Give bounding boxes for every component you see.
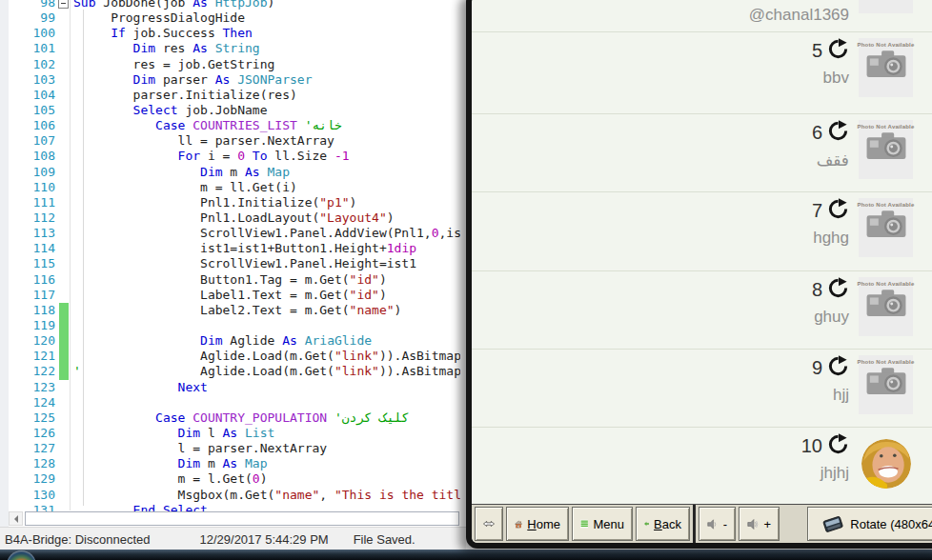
code-line[interactable]: Pnl1.Initialize("p1") (73, 195, 460, 210)
code-line[interactable]: Aglide.Load(m.Get("link")).AsBitmap.In (73, 349, 460, 364)
item-number: 8 (812, 279, 822, 301)
back-button[interactable]: Back (636, 507, 690, 541)
camera-icon (862, 365, 910, 399)
camera-icon (862, 0, 910, 2)
code-line[interactable]: m = l.Get(0) (73, 471, 460, 487)
item-number: 9 (812, 357, 822, 379)
code-line[interactable]: Label2.Text = m.Get("name") (73, 303, 460, 318)
code-editor[interactable]: Sub JobDone(job As HttpJob) ProgressDial… (73, 0, 460, 518)
item-number-refresh: 5 (812, 38, 849, 64)
list-item[interactable]: 7hghgPhoto Not Available (472, 191, 932, 270)
list-item[interactable]: 5bbvPhoto Not Available (472, 31, 932, 113)
code-line[interactable]: ScrollView1.Panel.AddView(Pnl1,0,ist1, (73, 226, 460, 241)
line-number: 117 (0, 288, 55, 303)
item-name: bbv (823, 69, 849, 88)
line-number: 111 (0, 195, 55, 210)
refresh-button[interactable] (827, 198, 849, 224)
list-item-partial[interactable]: @chanal1369 Photo Not Available (472, 0, 932, 31)
horizontal-scrollbar[interactable] (9, 511, 460, 526)
resize-button[interactable] (475, 507, 503, 541)
line-number: 104 (0, 88, 55, 103)
code-line[interactable]: m = ll.Get(i) (73, 180, 460, 195)
line-number: 99 (0, 10, 55, 26)
code-line[interactable]: Case COUNTRY_POPULATION 'کلیک کردن (73, 410, 460, 426)
list-item[interactable]: 8ghuyPhoto Not Available (472, 270, 932, 349)
code-line[interactable]: ProgressDialogHide (73, 10, 460, 26)
refresh-button[interactable] (827, 38, 849, 64)
code-fold-collapse-icon[interactable] (58, 0, 69, 9)
code-line[interactable]: ist1=ist1+Button1.Height+1dip (73, 241, 460, 256)
line-number: 106 (0, 118, 55, 133)
code-line[interactable] (73, 395, 460, 410)
line-number: 119 (0, 318, 55, 333)
camera-icon (862, 208, 910, 246)
refresh-button[interactable] (827, 355, 849, 381)
item-number-refresh: 10 (801, 433, 849, 459)
code-line[interactable]: Select job.JobName (73, 103, 460, 118)
item-number: 10 (801, 435, 822, 457)
gutter-separator (70, 0, 71, 510)
code-line[interactable]: Sub JobDone(job As HttpJob) (73, 0, 460, 10)
line-number: 110 (0, 180, 55, 195)
refresh-icon (827, 355, 849, 377)
line-number: 129 (0, 471, 55, 487)
line-number: 114 (0, 241, 55, 256)
code-line[interactable]: Dim res As String (73, 41, 460, 56)
camera-icon (862, 130, 910, 168)
item-name: hghg (813, 229, 849, 248)
code-line[interactable]: parser.Initialize(res) (73, 88, 460, 103)
code-line[interactable]: Dim parser As JSONParser (73, 72, 460, 88)
code-line[interactable]: res = job.GetString (73, 57, 460, 72)
item-number-refresh: 6 (812, 120, 849, 146)
bridge-status: B4A-Bridge: Disconnected (5, 532, 150, 547)
item-number-refresh: 9 (812, 355, 849, 381)
code-line[interactable]: Msgbox(m.Get("name", "This is the title"… (73, 488, 460, 503)
code-line[interactable]: Next (73, 380, 460, 395)
code-line[interactable]: Dim l As List (73, 426, 460, 441)
list-item[interactable]: 9hjjPhoto Not Available (472, 349, 932, 427)
line-number: 127 (0, 441, 55, 456)
emulator-toolbar: Home Menu Back (472, 504, 932, 543)
file-saved-status: File Saved. (354, 532, 415, 547)
code-line[interactable]: ScrollView1.Panel.Height=ist1 (73, 256, 460, 271)
line-number: 102 (0, 57, 55, 72)
home-button[interactable]: Home (506, 507, 569, 541)
list-item[interactable]: 10jhjhj (472, 427, 932, 504)
volume-down-button[interactable]: - (699, 507, 736, 541)
profile-photo[interactable] (861, 439, 911, 489)
code-line[interactable]: l = parser.NextArray (73, 441, 460, 456)
code-line[interactable]: Dim m As Map (73, 165, 460, 180)
country-list[interactable]: @chanal1369 Photo Not Available 5bbvPhot… (472, 0, 932, 504)
camera-icon (862, 365, 910, 403)
refresh-button[interactable] (827, 120, 849, 146)
photo-placeholder: Photo Not Available (859, 0, 913, 13)
list-item[interactable]: 6فقفPhoto Not Available (472, 113, 932, 191)
code-line[interactable]: Pnl1.LoadLayout("Layout4") (73, 210, 460, 226)
code-line[interactable]: Case COUNTRIES_LIST 'خانه (73, 118, 460, 133)
code-line[interactable]: Dim Aglide As AriaGlide (73, 333, 460, 349)
rotate-button[interactable]: Rotate (480x640) (807, 507, 932, 541)
refresh-icon (827, 198, 849, 220)
line-number: 126 (0, 426, 55, 441)
profile-photo (861, 439, 911, 489)
double-arrow-icon (483, 517, 495, 530)
code-line[interactable]: For i = 0 To ll.Size -1 (73, 149, 460, 164)
code-line[interactable]: ' Aglide.Load(m.Get("link")).AsBitmap.In (73, 364, 460, 379)
code-line[interactable]: If job.Success Then (73, 26, 460, 41)
emulator-window: @chanal1369 Photo Not Available 5bbvPhot… (466, 0, 932, 549)
code-line[interactable]: Button1.Tag = m.Get("id") (73, 272, 460, 288)
refresh-button[interactable] (827, 277, 849, 303)
photo-placeholder: Photo Not Available (859, 120, 913, 179)
back-arrow-icon (644, 516, 649, 531)
code-line[interactable]: Dim m As Map (73, 456, 460, 471)
scroll-left-button[interactable] (9, 511, 23, 526)
menu-button[interactable]: Menu (572, 507, 633, 541)
refresh-button[interactable] (827, 433, 849, 459)
volume-up-button[interactable]: + (739, 507, 780, 541)
scrollbar-thumb[interactable] (25, 511, 459, 526)
code-line[interactable]: ll = parser.NextArray (73, 133, 460, 149)
speaker-icon (747, 517, 759, 531)
item-number: 5 (812, 40, 822, 62)
code-line[interactable] (73, 318, 460, 333)
code-line[interactable]: Label1.Text = m.Get("id") (73, 288, 460, 303)
